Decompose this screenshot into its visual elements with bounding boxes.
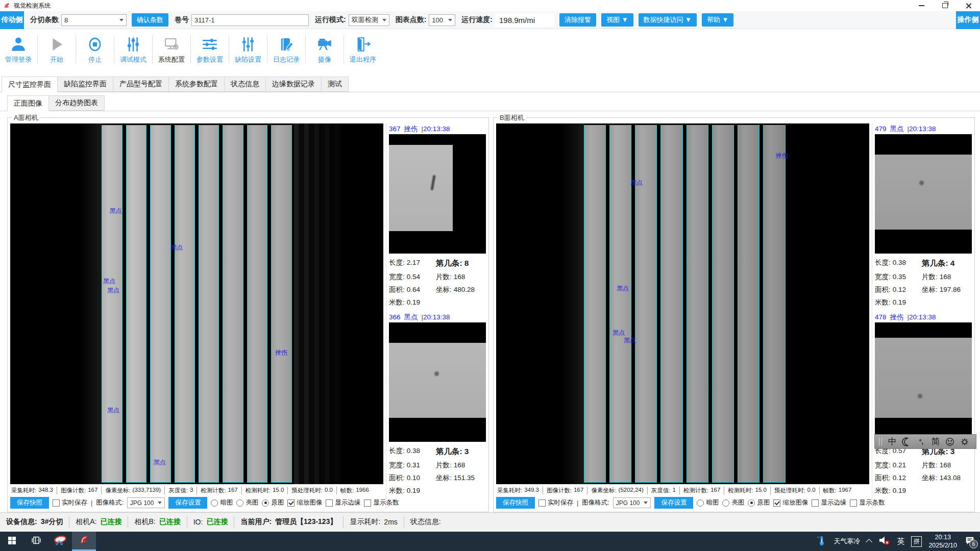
- run-mode-select[interactable]: 双面检测: [349, 14, 389, 26]
- image-view-radio-option[interactable]: 亮图: [722, 498, 744, 507]
- main-tab-2[interactable]: 产品型号配置: [113, 77, 169, 92]
- realtime-save-option[interactable]: 实时保存: [538, 498, 573, 507]
- image-format-select[interactable]: JPG 100: [613, 497, 651, 508]
- checkbox-icon[interactable]: [287, 499, 295, 507]
- radio-icon[interactable]: [262, 499, 269, 507]
- defect-card[interactable]: 478挫伤|20:13:38长度:0.57第几条:3宽度:0.21片数:168面…: [875, 312, 972, 495]
- main-tab-5[interactable]: 边缘数据记录: [266, 77, 322, 92]
- ime-emoji-icon[interactable]: [943, 435, 957, 448]
- data-quick-access-menu-button[interactable]: 数据快捷访问 ▼: [639, 13, 697, 27]
- main-tab-6[interactable]: 测试: [322, 77, 349, 92]
- image-view-radio-option[interactable]: 暗图: [211, 498, 233, 507]
- ime-moon-icon[interactable]: [899, 435, 914, 448]
- inspection-app-taskbar-button[interactable]: [72, 532, 96, 551]
- toolbar-button-stop[interactable]: 停止: [79, 35, 111, 64]
- realtime-save-option[interactable]: 实时保存: [53, 498, 87, 507]
- task-view-button[interactable]: [24, 532, 48, 551]
- clock[interactable]: 20:13 2025/2/10: [928, 533, 957, 550]
- maximize-button[interactable]: [933, 0, 957, 11]
- toolbar-button-user[interactable]: 管理登录: [2, 35, 35, 64]
- checkbox-icon[interactable]: [326, 499, 333, 507]
- defect-stat-coord: 坐标:197.86: [922, 285, 972, 294]
- camera-image[interactable]: 挫伤黑点黑点黑点黑点: [496, 123, 869, 484]
- ime-settings-gear-icon[interactable]: [958, 435, 972, 448]
- action-center-button[interactable]: 6: [964, 535, 976, 547]
- toolbar-button-log-book[interactable]: 日志记录: [270, 35, 303, 64]
- toolbar-button-exit-door[interactable]: 退出程序: [347, 35, 379, 64]
- radio-icon[interactable]: [211, 499, 218, 507]
- view-menu-button[interactable]: 视图 ▼: [601, 13, 633, 27]
- toolbar-button-defect-sliders[interactable]: 缺陷设置: [232, 35, 264, 64]
- language-indicator[interactable]: 英: [897, 537, 904, 546]
- ime-drag-handle-icon[interactable]: [879, 438, 882, 446]
- display-option-checkbox[interactable]: 显示边缘: [326, 498, 360, 507]
- radio-icon[interactable]: [748, 499, 755, 507]
- ime-simplified-icon[interactable]: 简: [928, 435, 943, 448]
- radio-icon[interactable]: [722, 499, 729, 507]
- checkbox-icon[interactable]: [773, 499, 780, 507]
- save-settings-button[interactable]: 保存设置: [168, 497, 207, 509]
- minimize-button[interactable]: [910, 0, 933, 11]
- close-button[interactable]: [957, 0, 980, 11]
- camera-image[interactable]: 黑点黑点黑点黑点挫伤黑点黑点: [10, 123, 383, 484]
- status-label: 设备信息:: [6, 517, 37, 527]
- realtime-save-checkbox[interactable]: [53, 499, 60, 507]
- chart-points-select[interactable]: 100: [429, 14, 455, 26]
- defect-id: 478: [875, 313, 887, 321]
- start-button[interactable]: [0, 532, 24, 551]
- ime-punctuation-icon[interactable]: °,: [914, 435, 928, 448]
- tray-expand-chevron-icon[interactable]: [866, 539, 873, 545]
- checkbox-icon[interactable]: [812, 499, 819, 507]
- defect-stat-meters: 米数:0.19: [389, 298, 436, 307]
- confirm-count-button[interactable]: 确认条数: [132, 13, 168, 27]
- defect-card[interactable]: 367挫伤|20:13:38长度:2.17第几条:8宽度:0.54片数:168面…: [389, 123, 486, 307]
- checkbox-icon[interactable]: [364, 499, 371, 507]
- status-label: 相机B:: [134, 517, 155, 527]
- main-tab-1[interactable]: 缺陷监控界面: [58, 77, 113, 92]
- toolbar-button-params-sliders[interactable]: 参数设置: [193, 35, 226, 64]
- defect-stat-area: 面积:0.10: [389, 473, 436, 483]
- snipping-tool-button[interactable]: [48, 532, 72, 551]
- radio-icon[interactable]: [697, 499, 704, 507]
- image-view-radio-option[interactable]: 原图: [748, 498, 770, 507]
- defect-card[interactable]: 366黑点|20:13:38长度:0.38第几条:3宽度:0.31片数:168面…: [389, 312, 486, 495]
- image-format-select[interactable]: JPG 100: [127, 497, 165, 508]
- toolbar-button-play[interactable]: 开始: [40, 35, 73, 64]
- main-tab-0[interactable]: 尺寸监控界面: [2, 77, 58, 92]
- slit-count-select[interactable]: 8: [61, 14, 127, 26]
- checkbox-icon[interactable]: [850, 499, 857, 507]
- main-tab-4[interactable]: 状态信息: [225, 77, 266, 92]
- display-option-checkbox[interactable]: 缩放图像: [773, 498, 808, 507]
- drive-side-button[interactable]: 传动侧: [0, 11, 24, 29]
- display-option-checkbox[interactable]: 缩放图像: [287, 498, 322, 507]
- toolbar-button-debug-sliders[interactable]: 调试模式: [117, 35, 150, 64]
- sub-tab-0[interactable]: 正面图像: [7, 95, 49, 111]
- ime-mode-indicator[interactable]: 拼: [911, 536, 922, 547]
- operate-side-button[interactable]: 操作侧: [956, 11, 980, 29]
- roll-number-input[interactable]: 3117-1: [191, 14, 309, 26]
- image-view-radio-option[interactable]: 亮图: [236, 498, 258, 507]
- weather-text[interactable]: 天气寒冷: [834, 537, 860, 546]
- help-menu-button[interactable]: 帮助 ▼: [702, 13, 733, 27]
- ime-language-bar[interactable]: 中°,简: [874, 434, 976, 449]
- volume-muted-icon[interactable]: [878, 535, 890, 547]
- main-tab-3[interactable]: 系统参数配置: [169, 77, 225, 92]
- ime-chinese-mode-icon[interactable]: 中: [885, 435, 899, 448]
- status-segment: 显示耗时:2ms: [344, 516, 404, 528]
- image-view-radio-option[interactable]: 原图: [262, 498, 284, 507]
- chevron-down-icon: [158, 502, 162, 504]
- save-snapshot-button[interactable]: 保存快照: [10, 497, 49, 509]
- display-option-checkbox[interactable]: 显示边缘: [812, 498, 846, 507]
- status-label: 相机A:: [76, 517, 96, 527]
- toolbar-button-monitor-gear[interactable]: 系统配置: [155, 35, 188, 64]
- clear-alarm-button[interactable]: 清除报警: [559, 13, 596, 27]
- image-view-radio-option[interactable]: 暗图: [697, 498, 719, 507]
- defect-stat-label: 第几条:: [436, 258, 462, 269]
- toolbar-button-video-camera[interactable]: 摄像: [308, 35, 341, 64]
- defect-card[interactable]: 479黑点|20:13:38长度:0.38第几条:4宽度:0.35片数:168面…: [875, 123, 972, 307]
- realtime-save-checkbox[interactable]: [538, 499, 546, 507]
- radio-icon[interactable]: [236, 499, 243, 507]
- sub-tab-1[interactable]: 分布趋势图表: [49, 95, 105, 111]
- save-snapshot-button[interactable]: 保存快照: [496, 497, 535, 509]
- save-settings-button[interactable]: 保存设置: [654, 497, 693, 509]
